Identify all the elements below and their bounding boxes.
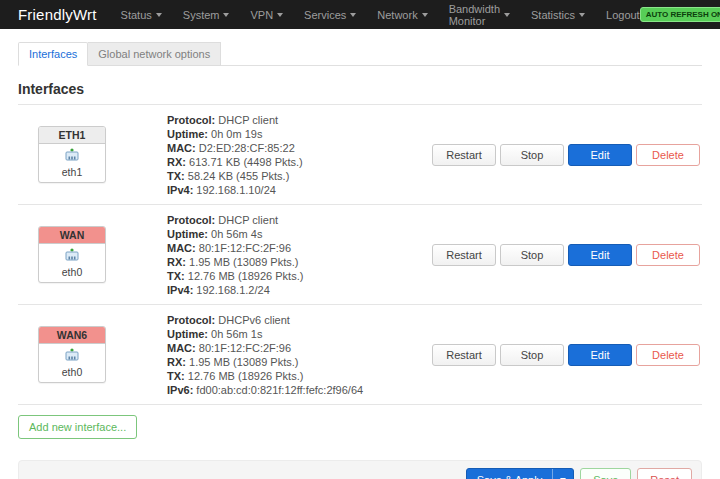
nav-menu-label: Logout bbox=[606, 9, 640, 21]
interface-box-cell: WAN6 eth0 bbox=[18, 312, 167, 397]
restart-button[interactable]: Restart bbox=[432, 144, 496, 166]
interface-details: Protocol: DHCP client Uptime: 0h 56m 4s … bbox=[167, 212, 420, 297]
nav-menu-label: Bandwidth Monitor bbox=[449, 3, 500, 27]
interface-details: Protocol: DHCP client Uptime: 0h 0m 19s … bbox=[167, 112, 420, 197]
tab-bar: Interfaces Global network options bbox=[18, 42, 702, 66]
nav-menu-bandwidth-monitor[interactable]: Bandwidth Monitor bbox=[449, 3, 510, 27]
interface-name: ETH1 bbox=[39, 127, 105, 144]
interface-table: ETH1 eth1 Protocol: DHCP client Uptime: … bbox=[18, 104, 702, 405]
interface-name: WAN bbox=[39, 227, 105, 244]
caret-down-icon bbox=[156, 13, 162, 17]
nav-menu-label: VPN bbox=[250, 9, 273, 21]
interface-box: ETH1 eth1 bbox=[38, 126, 106, 183]
interface-row-wan: WAN eth0 Protocol: DHCP client Uptime: 0… bbox=[18, 205, 702, 305]
delete-button[interactable]: Delete bbox=[636, 244, 700, 266]
nav-menu-network[interactable]: Network bbox=[377, 9, 427, 21]
nav-menu-vpn[interactable]: VPN bbox=[250, 9, 283, 21]
interface-details: Protocol: DHCPv6 client Uptime: 0h 56m 1… bbox=[167, 312, 420, 397]
brand-logo[interactable]: FriendlyWrt bbox=[0, 6, 121, 23]
ethernet-icon bbox=[64, 348, 80, 361]
interface-box-cell: ETH1 eth1 bbox=[18, 112, 167, 197]
interface-actions: Restart Stop Edit Delete bbox=[420, 312, 702, 397]
caret-down-icon bbox=[350, 13, 356, 17]
nav-menu-services[interactable]: Services bbox=[304, 9, 356, 21]
caret-down-icon bbox=[579, 13, 585, 17]
interface-row-eth1: ETH1 eth1 Protocol: DHCP client Uptime: … bbox=[18, 105, 702, 205]
nav-menu-label: System bbox=[183, 9, 220, 21]
stop-button[interactable]: Stop bbox=[500, 244, 564, 266]
delete-button[interactable]: Delete bbox=[636, 344, 700, 366]
caret-down-icon bbox=[422, 13, 428, 17]
page-actions-bar: Save & Apply Save Reset bbox=[18, 460, 702, 479]
navbar: FriendlyWrt Status System VPN Services N… bbox=[0, 0, 720, 29]
nav-menu: Status System VPN Services Network Bandw… bbox=[121, 3, 640, 27]
nav-menu-label: Status bbox=[121, 9, 152, 21]
interface-row-wan6: WAN6 eth0 Protocol: DHCPv6 client Uptime… bbox=[18, 305, 702, 405]
tab-global-network-options[interactable]: Global network options bbox=[88, 42, 221, 66]
delete-button[interactable]: Delete bbox=[636, 144, 700, 166]
interface-box: WAN6 eth0 bbox=[38, 326, 106, 383]
device-name: eth0 bbox=[42, 366, 102, 378]
nav-menu-label: Services bbox=[304, 9, 346, 21]
restart-button[interactable]: Restart bbox=[432, 244, 496, 266]
reset-button[interactable]: Reset bbox=[637, 468, 692, 479]
tab-interfaces[interactable]: Interfaces bbox=[18, 42, 88, 66]
save-button[interactable]: Save bbox=[580, 468, 631, 479]
ethernet-icon bbox=[64, 248, 80, 261]
interface-actions: Restart Stop Edit Delete bbox=[420, 212, 702, 297]
stop-button[interactable]: Stop bbox=[500, 144, 564, 166]
device-name: eth0 bbox=[42, 266, 102, 278]
edit-button[interactable]: Edit bbox=[568, 144, 632, 166]
nav-menu-label: Statistics bbox=[531, 9, 575, 21]
nav-menu-logout[interactable]: Logout bbox=[606, 9, 640, 21]
nav-menu-label: Network bbox=[377, 9, 417, 21]
nav-menu-statistics[interactable]: Statistics bbox=[531, 9, 585, 21]
edit-button[interactable]: Edit bbox=[568, 244, 632, 266]
auto-refresh-toggle[interactable]: AUTO REFRESH ON bbox=[640, 7, 720, 22]
add-new-interface-button[interactable]: Add new interface... bbox=[18, 415, 137, 439]
save-apply-button[interactable]: Save & Apply bbox=[467, 469, 552, 479]
caret-down-icon bbox=[223, 13, 229, 17]
page-title: Interfaces bbox=[18, 81, 702, 97]
interface-name: WAN6 bbox=[39, 327, 105, 344]
ethernet-icon bbox=[64, 148, 80, 161]
device-name: eth1 bbox=[42, 166, 102, 178]
save-apply-split-button: Save & Apply bbox=[466, 468, 574, 479]
caret-down-icon bbox=[504, 13, 510, 17]
interface-box: WAN eth0 bbox=[38, 226, 106, 283]
nav-menu-status[interactable]: Status bbox=[121, 9, 162, 21]
interface-box-cell: WAN eth0 bbox=[18, 212, 167, 297]
interface-actions: Restart Stop Edit Delete bbox=[420, 112, 702, 197]
edit-button[interactable]: Edit bbox=[568, 344, 632, 366]
save-apply-dropdown-button[interactable] bbox=[552, 469, 573, 479]
stop-button[interactable]: Stop bbox=[500, 344, 564, 366]
caret-down-icon bbox=[277, 13, 283, 17]
restart-button[interactable]: Restart bbox=[432, 344, 496, 366]
nav-menu-system[interactable]: System bbox=[183, 9, 230, 21]
